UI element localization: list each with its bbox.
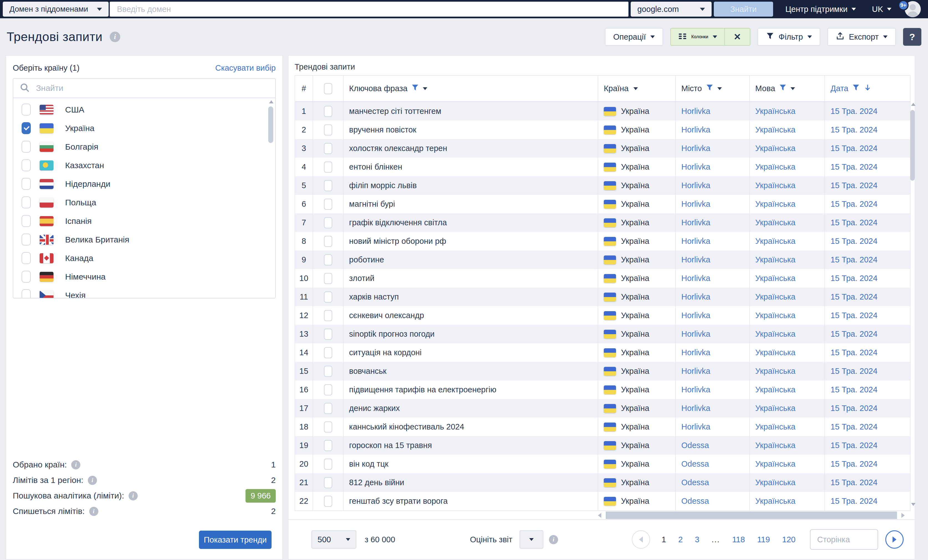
info-icon[interactable] [88,476,97,485]
city-link[interactable]: Horlivka [676,343,750,362]
country-checkbox[interactable] [21,271,31,282]
country-search-input[interactable] [36,83,269,93]
row-checkbox[interactable] [324,310,332,321]
scroll-left-icon[interactable] [598,513,601,518]
previous-page-button[interactable] [632,530,650,549]
city-link[interactable]: Odessa [676,436,750,455]
city-link[interactable]: Horlivka [676,102,750,121]
filter-funnel-icon[interactable] [852,84,860,93]
country-list-item[interactable]: Нідерланди [13,175,275,193]
keyword-cell[interactable]: злотий [343,269,598,288]
locale-select[interactable]: UK [872,5,891,14]
language-link[interactable]: Українська [750,269,825,288]
scrollbar-thumb[interactable] [910,110,915,181]
language-link[interactable]: Українська [750,195,825,214]
column-header-keyword[interactable]: Ключова фраза [343,76,598,101]
language-link[interactable]: Українська [750,139,825,158]
row-checkbox[interactable] [324,385,332,395]
columns-close-button[interactable]: ✕ [725,29,750,45]
info-icon[interactable] [71,460,80,469]
select-all-checkbox[interactable] [324,83,332,94]
page-number[interactable]: 2 [678,535,683,544]
row-checkbox[interactable] [324,106,332,117]
page-number[interactable]: 119 [757,535,770,544]
country-list-item[interactable]: США [13,100,275,119]
row-checkbox[interactable] [324,162,332,172]
country-list-item[interactable]: Канада [13,249,275,267]
keyword-cell[interactable]: філіп морріс львів [343,176,598,195]
show-trends-button[interactable]: Показати тренди [199,531,272,549]
city-link[interactable]: Horlivka [676,399,750,418]
keyword-cell[interactable]: новий міністр оборони рф [343,232,598,250]
country-checkbox[interactable] [21,233,31,246]
filter-funnel-icon[interactable] [411,84,419,93]
language-link[interactable]: Українська [750,288,825,306]
support-center-link[interactable]: Центр підтримки [785,5,856,14]
row-checkbox[interactable] [324,421,332,433]
city-link[interactable]: Horlivka [676,325,750,343]
row-checkbox[interactable] [324,459,332,470]
language-link[interactable]: Українська [750,492,825,510]
row-checkbox[interactable] [324,329,332,340]
info-icon[interactable] [549,535,558,544]
country-checkbox[interactable] [21,141,31,153]
row-checkbox[interactable] [324,403,332,414]
country-checkbox[interactable] [21,122,31,134]
row-checkbox[interactable] [324,124,332,136]
country-list-item[interactable]: Німеччина [13,267,275,286]
country-list-item[interactable]: Казахстан [13,156,275,175]
chevron-down-icon[interactable] [717,87,722,90]
filter-button[interactable]: Фільтр [758,28,820,46]
city-link[interactable]: Horlivka [676,306,750,325]
country-checkbox[interactable] [21,289,31,298]
city-link[interactable]: Horlivka [676,195,750,214]
domain-scope-select[interactable]: Домен з піддоменами [3,2,108,17]
page-number-input[interactable] [810,529,878,550]
keyword-cell[interactable]: магнітні бурі [343,195,598,214]
scrollbar-thumb[interactable] [268,107,273,143]
country-checkbox[interactable] [21,159,31,171]
keyword-cell[interactable]: каннський кінофестиваль 2024 [343,418,598,436]
column-header-country[interactable]: Країна [598,76,676,101]
scroll-down-icon[interactable] [911,503,916,506]
row-checkbox[interactable] [324,273,332,284]
city-link[interactable]: Horlivka [676,250,750,269]
page-number[interactable]: 120 [782,535,795,544]
page-number[interactable]: 1 [662,535,666,544]
search-engine-select[interactable]: google.com [631,2,711,17]
row-checkbox[interactable] [324,291,332,302]
row-checkbox[interactable] [324,236,332,247]
row-checkbox[interactable] [324,347,332,358]
keyword-cell[interactable]: сєнкевич олександр [343,306,598,325]
operations-button[interactable]: Операції [605,28,663,46]
keyword-cell[interactable]: він код тцк [343,455,598,473]
row-checkbox[interactable] [324,180,332,191]
keyword-cell[interactable]: підвищення тарифів на електроенергію [343,380,598,399]
city-link[interactable]: Odessa [676,473,750,492]
city-link[interactable]: Horlivka [676,214,750,232]
keyword-cell[interactable]: холостяк олександр терен [343,139,598,158]
city-link[interactable]: Odessa [676,492,750,510]
country-checkbox[interactable] [21,252,31,264]
filter-funnel-icon[interactable] [706,84,714,93]
country-checkbox[interactable] [21,197,31,208]
rate-report-select[interactable] [520,530,543,549]
keyword-cell[interactable]: денис жарких [343,399,598,418]
clear-selection-link[interactable]: Скасувати вибір [215,63,276,73]
row-checkbox[interactable] [324,254,332,266]
language-link[interactable]: Українська [750,325,825,343]
row-checkbox[interactable] [324,217,332,228]
country-list-item[interactable]: Польща [13,193,275,212]
city-link[interactable]: Horlivka [676,269,750,288]
export-button[interactable]: Експорт [827,28,896,46]
language-link[interactable]: Українська [750,380,825,399]
city-link[interactable]: Horlivka [676,288,750,306]
scroll-up-icon[interactable] [911,103,916,106]
chevron-down-icon[interactable] [633,87,638,90]
keyword-cell[interactable]: графік відключення світла [343,214,598,232]
language-link[interactable]: Українська [750,418,825,436]
city-link[interactable]: Horlivka [676,158,750,176]
keyword-cell[interactable]: харків наступ [343,288,598,306]
info-icon[interactable] [128,491,138,500]
city-link[interactable]: Horlivka [676,121,750,139]
